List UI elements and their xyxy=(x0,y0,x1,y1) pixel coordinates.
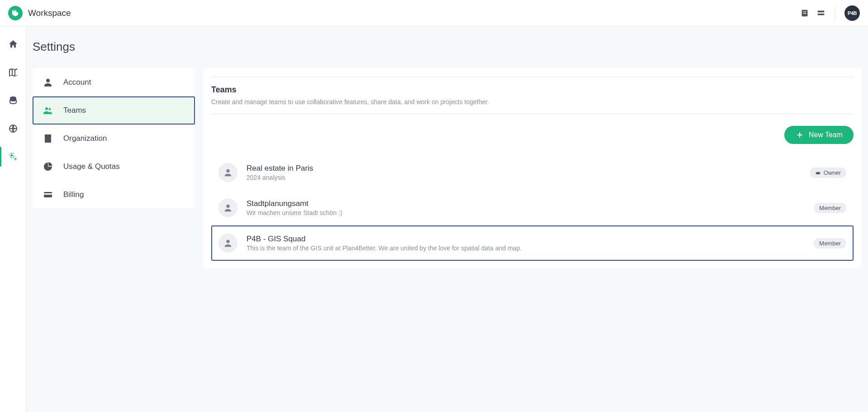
plus-icon xyxy=(795,130,804,139)
sidemenu-billing[interactable]: Billing xyxy=(33,181,195,209)
team-description: Wir machen unsere Stadt schön :) xyxy=(247,209,805,216)
svg-rect-4 xyxy=(818,13,825,15)
nav-map[interactable] xyxy=(5,64,21,81)
svg-point-7 xyxy=(10,154,13,157)
svg-point-16 xyxy=(226,240,229,243)
team-row[interactable]: Stadtplanungsamt Wir machen unsere Stadt… xyxy=(211,190,854,225)
team-description: This is the team of the GIS unit at Plan… xyxy=(247,244,805,252)
person-icon xyxy=(218,234,237,253)
section-description: Create and manage teams to use collabora… xyxy=(211,98,854,105)
role-badge-owner: Owner xyxy=(810,168,846,178)
team-list: Real estate in Paris 2024 analysis Owner xyxy=(211,155,854,261)
logo-block[interactable]: Workspace xyxy=(8,6,71,20)
sidemenu-label: Organization xyxy=(63,134,107,143)
svg-rect-13 xyxy=(44,193,52,195)
nav-data[interactable] xyxy=(5,92,21,109)
nav-settings[interactable] xyxy=(5,149,21,165)
team-name: Real estate in Paris xyxy=(247,164,801,173)
sidemenu-organization[interactable]: Organization xyxy=(33,125,195,153)
svg-point-8 xyxy=(14,158,16,160)
svg-rect-3 xyxy=(818,10,825,12)
team-name: P4B - GIS Squad xyxy=(247,235,805,244)
new-team-label: New Team xyxy=(809,131,843,139)
avatar-text: P4B xyxy=(848,10,857,16)
topbar-right: P4B xyxy=(800,5,860,21)
workspace-title: Workspace xyxy=(28,8,71,18)
section-header: Teams Create and manage teams to use col… xyxy=(211,77,854,114)
person-icon xyxy=(218,198,237,217)
topbar: Workspace P4B xyxy=(0,0,868,26)
docs-icon[interactable] xyxy=(800,8,810,18)
team-name: Stadtplanungsamt xyxy=(247,199,805,208)
nav-home[interactable] xyxy=(5,36,21,53)
main-content: Settings Account Teams xyxy=(26,26,868,412)
svg-rect-1 xyxy=(803,11,806,12)
sidemenu-teams[interactable]: Teams xyxy=(33,96,195,125)
people-icon xyxy=(43,105,53,116)
team-row[interactable]: P4B - GIS Squad This is the team of the … xyxy=(211,225,854,261)
role-badge-member: Member xyxy=(814,203,846,213)
credit-card-icon xyxy=(43,189,53,200)
team-row[interactable]: Real estate in Paris 2024 analysis Owner xyxy=(211,155,854,190)
teams-card: Teams Create and manage teams to use col… xyxy=(203,68,862,268)
svg-point-15 xyxy=(226,205,229,208)
new-team-button[interactable]: New Team xyxy=(784,126,854,144)
team-description: 2024 analysis xyxy=(247,174,801,181)
page-title: Settings xyxy=(33,40,862,54)
sidemenu-account[interactable]: Account xyxy=(33,68,195,96)
divider xyxy=(835,6,835,20)
person-icon xyxy=(218,163,237,182)
sidemenu-label: Billing xyxy=(63,190,84,199)
role-badge-member: Member xyxy=(814,238,846,249)
crown-icon xyxy=(815,170,821,176)
svg-point-11 xyxy=(49,108,51,110)
sidemenu-label: Account xyxy=(63,78,91,87)
svg-point-10 xyxy=(45,107,48,110)
user-avatar[interactable]: P4B xyxy=(844,5,860,21)
app-logo-icon xyxy=(8,6,23,20)
nav-rail xyxy=(0,26,26,412)
section-title: Teams xyxy=(211,85,854,95)
sidemenu-label: Usage & Quotas xyxy=(63,162,120,171)
sidemenu-label: Teams xyxy=(63,106,86,115)
building-icon xyxy=(43,133,53,144)
pie-chart-icon xyxy=(43,161,53,172)
settings-menu: Account Teams Organization xyxy=(33,68,195,209)
person-icon xyxy=(43,77,53,88)
svg-point-14 xyxy=(226,169,229,172)
list-icon[interactable] xyxy=(816,8,826,18)
svg-rect-2 xyxy=(803,13,806,14)
nav-globe[interactable] xyxy=(5,120,21,137)
svg-point-9 xyxy=(46,79,50,82)
sidemenu-usage[interactable]: Usage & Quotas xyxy=(33,153,195,181)
